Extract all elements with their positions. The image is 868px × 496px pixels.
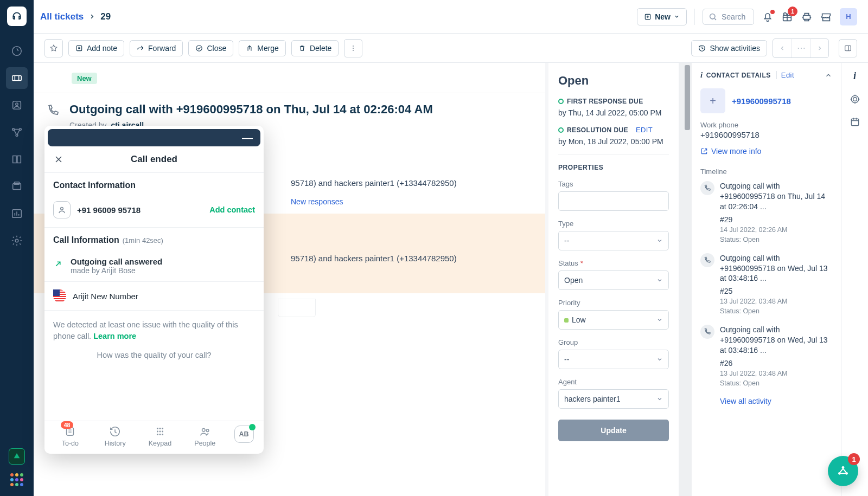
app-logo[interactable]	[7, 7, 27, 26]
new-responses-link[interactable]: New responses	[278, 197, 545, 206]
add-contact-link[interactable]: Add contact	[209, 205, 255, 214]
online-dot	[249, 424, 256, 430]
cti-tab-people[interactable]: People	[186, 426, 224, 447]
close-icon[interactable]	[53, 154, 64, 165]
store-icon[interactable]	[820, 11, 832, 23]
ticket-nav-pager: ⋯	[773, 38, 829, 58]
chevron-up-icon[interactable]	[825, 72, 832, 79]
tags-label: Tags	[558, 180, 669, 188]
minimize-icon[interactable]: —	[242, 132, 253, 144]
info-icon[interactable]: i	[853, 70, 856, 82]
contact-avatar[interactable]: +	[700, 88, 725, 113]
search-input[interactable]: Search	[703, 9, 754, 25]
new-button[interactable]: New	[637, 8, 687, 25]
cti-tab-history[interactable]: History	[96, 426, 134, 447]
quality-prompt: How was the quality of your call?	[44, 351, 264, 363]
priority-label: Priority	[558, 299, 669, 307]
svg-point-36	[206, 429, 208, 431]
nav-settings[interactable]	[6, 230, 28, 252]
timeline-item[interactable]: Outgoing call with +919600995718 on Wed,…	[700, 253, 832, 315]
gift-icon[interactable]: 1	[781, 11, 793, 23]
scrollbar[interactable]	[679, 63, 692, 496]
outgoing-arrow-icon	[53, 259, 63, 275]
view-all-activity-link[interactable]: View all activity	[720, 397, 832, 405]
chat-fab[interactable]: 1	[828, 456, 858, 486]
user-avatar[interactable]: H	[840, 8, 857, 25]
svg-point-17	[353, 45, 354, 46]
quality-notice: We detected at least one issue with the …	[44, 311, 264, 351]
svg-rect-20	[845, 46, 851, 50]
contact-edit-link[interactable]: Edit	[776, 71, 794, 79]
nav-canned[interactable]	[6, 176, 28, 197]
agent-label: Agent	[558, 378, 669, 386]
svg-point-37	[842, 466, 845, 469]
breadcrumb-all-tickets[interactable]: All tickets	[40, 11, 84, 22]
app-switcher[interactable]	[10, 473, 23, 486]
cti-title: Call ended	[64, 154, 244, 165]
printer-icon[interactable]	[801, 11, 813, 23]
forward-button[interactable]: Forward	[130, 40, 183, 56]
contact-info-heading: Contact Information	[44, 173, 264, 196]
star-button[interactable]	[44, 39, 63, 57]
close-button[interactable]: Close	[188, 40, 233, 56]
status-select[interactable]: Open	[558, 270, 669, 290]
nav-cti-app[interactable]	[9, 448, 25, 465]
svg-point-12	[710, 14, 715, 18]
phone-icon	[700, 181, 714, 195]
type-select[interactable]: --	[558, 231, 669, 250]
svg-point-18	[353, 48, 354, 49]
group-select[interactable]: --	[558, 350, 669, 369]
add-note-button[interactable]: Add note	[68, 40, 124, 56]
svg-point-34	[162, 434, 163, 435]
learn-more-link[interactable]: Learn more	[93, 332, 136, 340]
delete-button[interactable]: Delete	[291, 40, 339, 56]
svg-rect-15	[76, 46, 81, 50]
type-label: Type	[558, 220, 669, 228]
priority-select[interactable]: Low	[558, 310, 669, 330]
update-button[interactable]: Update	[558, 420, 669, 441]
first-response-value: by Thu, 14 Jul 2022, 05:00 PM	[558, 108, 669, 117]
phone-icon	[700, 325, 714, 339]
number-row[interactable]: Arijit New Number	[44, 282, 264, 311]
nav-contacts[interactable]	[6, 94, 28, 116]
svg-point-29	[157, 431, 158, 433]
cti-popup-drag-bar[interactable]: —	[48, 129, 260, 146]
cti-agent-chip[interactable]: AB	[231, 426, 257, 447]
svg-rect-1	[12, 75, 22, 80]
target-icon[interactable]	[850, 94, 860, 105]
calendar-icon[interactable]	[850, 117, 860, 127]
tags-input[interactable]	[558, 191, 669, 211]
timeline-item[interactable]: Outgoing call with +919600995718 on Thu,…	[700, 181, 832, 243]
gift-badge: 1	[788, 7, 797, 16]
toggle-panel-button[interactable]	[839, 39, 857, 57]
contact-phone-link[interactable]: +919600995718	[732, 96, 791, 106]
group-label: Group	[558, 338, 669, 346]
top-bar: All tickets 29 New Search 1 H	[34, 0, 868, 34]
cti-tab-todo[interactable]: 48 To-do	[51, 426, 89, 447]
next-ticket-button[interactable]	[810, 39, 828, 57]
timeline-item[interactable]: Outgoing call with +919600995718 on Wed,…	[700, 325, 832, 387]
svg-point-16	[196, 45, 202, 51]
prev-ticket-button[interactable]	[773, 39, 792, 57]
nav-solutions[interactable]	[6, 149, 28, 170]
nav-analytics[interactable]	[6, 203, 28, 224]
bell-icon[interactable]	[762, 11, 774, 23]
resolution-edit-link[interactable]: Edit	[636, 126, 653, 134]
breadcrumb: All tickets 29	[40, 11, 111, 22]
more-button[interactable]	[344, 39, 362, 57]
reply-editor-hint[interactable]	[278, 299, 316, 317]
show-activities-button[interactable]: Show activities	[691, 40, 767, 56]
call-info-heading: Call Information (1min 42sec)	[44, 228, 264, 250]
agent-select[interactable]: hackers painter1	[558, 389, 669, 409]
nav-tickets[interactable]	[6, 67, 28, 89]
ticket-nav-more[interactable]: ⋯	[792, 39, 810, 57]
nav-automations[interactable]	[6, 121, 28, 143]
svg-point-21	[851, 95, 858, 102]
work-phone-value: +919600995718	[700, 130, 832, 139]
view-more-info-link[interactable]: View more info	[700, 147, 832, 156]
merge-button[interactable]: Merge	[239, 40, 286, 56]
svg-point-0	[12, 47, 22, 56]
nav-dashboard[interactable]	[6, 40, 28, 62]
cti-tab-keypad[interactable]: Keypad	[141, 426, 179, 447]
contact-details-heading: i CONTACT DETAILS Edit	[700, 70, 794, 80]
